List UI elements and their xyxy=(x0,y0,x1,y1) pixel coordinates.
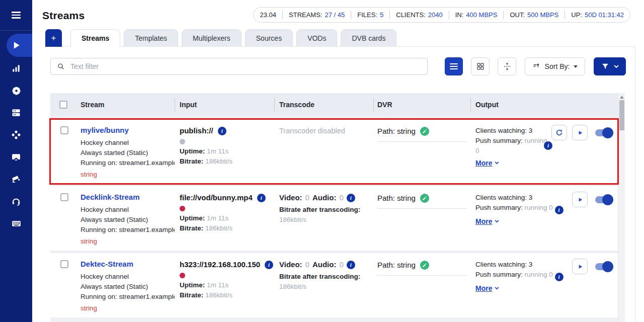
sidebar-item-settings[interactable] xyxy=(0,79,32,102)
panel-right-edge xyxy=(635,46,635,322)
dvr-divider xyxy=(377,275,467,276)
tab-vods[interactable]: VODs xyxy=(296,29,337,47)
add-stream-button[interactable]: + xyxy=(45,29,62,47)
stream-tag: string xyxy=(80,170,175,180)
row-checkbox[interactable] xyxy=(60,260,68,268)
tab-templates[interactable]: Templates xyxy=(124,29,178,47)
info-icon[interactable]: i xyxy=(544,141,552,150)
filter-button[interactable] xyxy=(594,57,626,75)
col-header-dvr: DVR xyxy=(373,93,470,116)
info-icon[interactable]: i xyxy=(555,206,564,214)
sidebar-item-cameras[interactable] xyxy=(0,168,32,190)
sidebar-item-support[interactable] xyxy=(0,190,32,212)
sidebar-item-servers[interactable] xyxy=(0,102,32,124)
stream-enabled-toggle[interactable] xyxy=(595,196,612,203)
input-url: h323://192.168.100.150 xyxy=(180,260,260,270)
chevron-down-icon xyxy=(495,162,499,165)
more-link[interactable]: More xyxy=(475,217,499,225)
stream-name-link[interactable]: mylive/bunny xyxy=(80,126,175,134)
caret-down-icon xyxy=(574,65,578,68)
row-checkbox[interactable] xyxy=(60,193,68,201)
input-url: file://vod/bunny.mp4 xyxy=(180,193,253,203)
row-height-button[interactable] xyxy=(498,57,516,75)
bitrate-label: Bitrate: xyxy=(180,224,203,232)
sidebar-item-statistics[interactable] xyxy=(0,57,32,79)
uptime-label: Uptime: xyxy=(180,147,205,155)
more-link[interactable]: More xyxy=(475,159,499,167)
bitrate-after-label: Bitrate after transcoding: xyxy=(279,273,360,280)
list-view-button[interactable] xyxy=(445,57,463,75)
dvr-path: Path: string xyxy=(377,193,416,204)
video-label: Video: xyxy=(279,193,302,203)
scrollbar-thumb[interactable] xyxy=(619,100,624,130)
stat-version: 23.04 xyxy=(254,11,282,19)
info-icon[interactable]: i xyxy=(218,127,226,135)
sort-icon xyxy=(532,62,541,71)
funnel-icon xyxy=(601,62,609,70)
info-icon[interactable]: i xyxy=(265,261,273,269)
bitrate-value: 186kbit/s xyxy=(205,157,232,165)
keyboard-icon xyxy=(11,218,22,229)
sidebar-item-keyboard[interactable] xyxy=(0,212,32,234)
tab-multiplexers[interactable]: Multiplexers xyxy=(182,29,242,47)
grid-view-button[interactable] xyxy=(471,57,490,75)
menu-toggle-button[interactable] xyxy=(0,0,32,31)
info-icon[interactable]: i xyxy=(347,194,355,202)
stream-running-on: Running on: streamer1.example... xyxy=(80,292,175,302)
info-icon[interactable]: i xyxy=(555,273,564,281)
vertical-scrollbar[interactable] xyxy=(618,93,625,322)
stream-name-link[interactable]: Dektec-Stream xyxy=(80,260,175,268)
sidebar-item-cluster[interactable] xyxy=(0,124,32,146)
play-stream-button[interactable] xyxy=(572,125,588,140)
audio-label: Audio: xyxy=(312,193,336,203)
scroll-up-arrow[interactable] xyxy=(620,96,624,99)
server-stats-bar: 23.04 STREAMS: 27 / 45 FILES: 5 CLIENTS:… xyxy=(253,7,630,23)
stat-out: OUT: 500 MBPS xyxy=(503,11,565,19)
info-icon[interactable]: i xyxy=(347,261,355,269)
play-stream-button[interactable] xyxy=(572,192,588,207)
chevron-down-icon xyxy=(614,65,619,68)
stream-enabled-toggle[interactable] xyxy=(595,129,612,136)
stream-description: Hockey channel xyxy=(80,205,175,215)
more-link[interactable]: More xyxy=(475,284,499,292)
input-status-dot xyxy=(180,273,185,278)
bitrate-value: 186kbit/s xyxy=(205,291,232,299)
bitrate-label: Bitrate: xyxy=(180,157,203,165)
row-checkbox[interactable] xyxy=(60,126,68,134)
sort-by-label: Sort By: xyxy=(545,62,570,70)
sort-by-button[interactable]: Sort By: xyxy=(525,57,585,75)
play-icon xyxy=(11,40,21,50)
tab-streams[interactable]: Streams xyxy=(70,29,120,47)
cctv-camera-icon xyxy=(11,174,21,184)
streams-table: Stream Input Transcode DVR Output mylive… xyxy=(50,93,625,322)
dvr-edit-icon[interactable] xyxy=(420,261,429,270)
select-all-checkbox[interactable] xyxy=(59,101,67,109)
stream-name-link[interactable]: Decklink-Stream xyxy=(80,193,175,201)
uptime-label: Uptime: xyxy=(180,214,205,222)
dvr-edit-icon[interactable] xyxy=(420,127,429,136)
col-header-stream: Stream xyxy=(74,93,175,116)
play-icon xyxy=(577,196,584,203)
stream-schedule: Always started (Static) xyxy=(80,215,175,225)
table-row: Dektec-Stream Hockey channel Always star… xyxy=(50,253,618,317)
play-stream-button[interactable] xyxy=(572,259,588,274)
info-icon[interactable]: i xyxy=(257,194,266,202)
stream-enabled-toggle[interactable] xyxy=(595,263,612,270)
tab-dvb-cards[interactable]: DVB cards xyxy=(341,29,396,47)
dvr-divider xyxy=(377,208,467,209)
sidebar-item-streams[interactable] xyxy=(0,33,32,57)
push-summary-value: running 0 xyxy=(525,271,553,278)
restart-stream-button[interactable] xyxy=(551,125,567,140)
tab-bar: + Streams Templates Multiplexers Sources… xyxy=(45,29,400,47)
dvr-edit-icon[interactable] xyxy=(420,194,429,203)
toggle-knob xyxy=(602,194,613,205)
bitrate-label: Bitrate: xyxy=(180,291,203,299)
sidebar-item-tv[interactable] xyxy=(0,146,32,168)
search-input[interactable] xyxy=(69,62,427,71)
push-summary-label: Push summary: xyxy=(475,271,523,278)
stat-uptime: UP: 50D 01:31:42 xyxy=(565,11,630,19)
list-view-icon xyxy=(450,62,458,71)
refresh-icon xyxy=(555,128,564,137)
table-header: Stream Input Transcode DVR Output xyxy=(50,93,618,116)
tab-sources[interactable]: Sources xyxy=(245,29,293,47)
